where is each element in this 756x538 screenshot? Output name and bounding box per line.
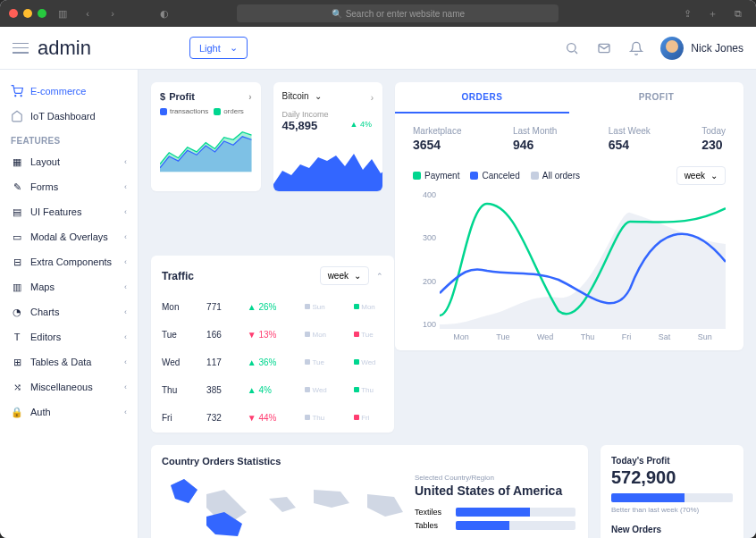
crypto-card: Bitcoin ⌄ › Daily Income 45,895 ▲ 4% <box>273 82 383 191</box>
stats-row: Marketplace3654 Last Month946 Last Week6… <box>395 113 743 161</box>
browser-chrome: ▥ ‹ › ◐ 🔍 Search or enter website name ⇪… <box>0 0 756 27</box>
search-icon: 🔍 <box>332 9 342 19</box>
sidebar-item-misc[interactable]: ⤭Miscellaneous‹ <box>0 374 138 399</box>
chevron-left-icon: ‹ <box>124 332 127 341</box>
chevron-left-icon: ‹ <box>124 382 127 391</box>
sidebar-item-auth[interactable]: 🔒Auth‹ <box>0 399 138 425</box>
topbar: admin Light ⌄ Nick Jones <box>0 27 756 70</box>
chevron-left-icon: ‹ <box>124 182 127 191</box>
sidebar-item-maps[interactable]: ▥Maps‹ <box>0 274 138 299</box>
sidebar-item-modal[interactable]: ▭Modal & Overlays‹ <box>0 224 138 249</box>
today-profit-progress <box>611 493 733 502</box>
svg-point-0 <box>567 43 575 51</box>
profit-card: $ Profit › transactions orders <box>151 82 261 191</box>
profit-title: Profit <box>169 91 195 102</box>
window-controls <box>9 9 46 18</box>
sidebar-item-ui[interactable]: ▤UI Features‹ <box>0 199 138 224</box>
new-tab-icon[interactable]: ＋ <box>704 4 722 22</box>
lock-icon: 🔒 <box>11 406 23 418</box>
url-bar[interactable]: 🔍 Search or enter website name <box>237 4 559 22</box>
traffic-row: Fri732 ▼ 44% Thu Fri <box>153 405 392 431</box>
shield-icon[interactable]: ◐ <box>155 4 173 22</box>
period-select[interactable]: week ⌄ <box>676 166 726 185</box>
stat-marketplace: Marketplace3654 <box>413 126 461 152</box>
selected-country: United States of America <box>415 483 575 499</box>
chevron-left-icon: ‹ <box>124 257 127 266</box>
chevron-left-icon: ‹ <box>124 307 127 316</box>
map-icon: ▥ <box>11 281 23 293</box>
country-title: Country Orders Statistics <box>162 456 577 467</box>
sidebar: E-commerce IoT Dashboard FEATURES ▦Layou… <box>0 70 139 538</box>
orders-tabs: ORDERS PROFIT <box>395 82 743 113</box>
back-icon[interactable]: ‹ <box>79 4 97 22</box>
message-icon: ⊟ <box>11 256 23 268</box>
chevron-down-icon: ⌄ <box>354 271 361 281</box>
tab-profit[interactable]: PROFIT <box>569 82 743 113</box>
sidebar-item-label: IoT Dashboard <box>30 111 96 122</box>
crypto-sparkline <box>273 148 383 191</box>
chevron-down-icon: ⌄ <box>315 91 322 101</box>
stat-today: Today230 <box>701 126 726 152</box>
sidebar-item-label: E-commerce <box>30 86 86 97</box>
forward-icon[interactable]: › <box>104 4 122 22</box>
maximize-window[interactable] <box>38 9 46 18</box>
sidebar-item-charts[interactable]: ◔Charts‹ <box>0 299 138 324</box>
text-icon: T <box>11 331 23 343</box>
tabs-icon[interactable]: ⧉ <box>729 4 747 22</box>
shuffle-icon: ⤭ <box>11 381 23 393</box>
chevron-up-icon[interactable]: ⌃ <box>376 272 383 281</box>
search-icon[interactable] <box>564 40 580 56</box>
user-menu[interactable]: Nick Jones <box>660 37 743 60</box>
sidebar-item-layout[interactable]: ▦Layout‹ <box>0 149 138 174</box>
stat-last-month: Last Month946 <box>513 126 557 152</box>
sidebar-item-iot[interactable]: IoT Dashboard <box>0 104 138 129</box>
profit-sparkline <box>160 115 252 182</box>
sidebar-item-forms[interactable]: ✎Forms‹ <box>0 174 138 199</box>
minimize-window[interactable] <box>23 9 32 18</box>
dollar-icon: $ <box>160 91 165 102</box>
traffic-row: Mon771 ▲ 26% Sun Mon <box>153 294 392 320</box>
selected-country-label: Selected Country/Region <box>415 474 575 482</box>
sidebar-item-tables[interactable]: ⊞Tables & Data‹ <box>0 349 138 374</box>
chevron-left-icon: ‹ <box>124 157 127 166</box>
bell-icon[interactable] <box>628 40 644 56</box>
chevron-left-icon: ‹ <box>124 207 127 216</box>
today-profit-note: Better than last week (70%) <box>611 506 733 514</box>
close-window[interactable] <box>9 9 18 18</box>
traffic-row: Tue166 ▼ 13% Mon Tue <box>153 322 392 348</box>
chevron-left-icon: ‹ <box>124 408 127 416</box>
sidebar-item-extra[interactable]: ⊟Extra Components‹ <box>0 249 138 274</box>
chevron-right-icon[interactable]: › <box>371 93 374 103</box>
sidebar-item-ecommerce[interactable]: E-commerce <box>0 79 138 104</box>
menu-icon[interactable] <box>13 43 29 54</box>
user-name: Nick Jones <box>691 42 743 55</box>
new-orders-label: New Orders <box>611 525 733 534</box>
theme-select[interactable]: Light ⌄ <box>189 37 248 59</box>
traffic-period-select[interactable]: week ⌄ <box>320 266 369 285</box>
sidebar-toggle-icon[interactable]: ▥ <box>54 4 71 22</box>
profit-legend: transactions orders <box>160 107 252 115</box>
today-profit-value: 572,900 <box>611 467 733 488</box>
share-icon[interactable]: ⇪ <box>679 4 697 22</box>
sidebar-heading: FEATURES <box>0 129 138 149</box>
country-card: Country Orders Statistics Selected Count… <box>151 445 588 538</box>
home-icon <box>11 110 23 122</box>
grid-icon: ▤ <box>11 206 23 218</box>
traffic-card: Traffic week ⌄ ⌃ Mon771 ▲ 26% Sun Mon Tu… <box>151 256 394 433</box>
chevron-down-icon: ⌄ <box>710 171 718 181</box>
traffic-row: Thu385 ▲ 4% Wed Thu <box>153 377 392 403</box>
crypto-select[interactable]: Bitcoin ⌄ <box>282 91 374 101</box>
daily-delta: ▲ 4% <box>350 120 372 129</box>
traffic-row: Wed117 ▲ 36% Tue Wed <box>153 349 392 375</box>
chevron-right-icon[interactable]: › <box>248 92 251 102</box>
mail-icon[interactable] <box>596 40 612 56</box>
url-placeholder: Search or enter website name <box>346 9 465 19</box>
layout-icon: ▦ <box>11 156 23 168</box>
avatar <box>660 37 684 60</box>
tab-orders[interactable]: ORDERS <box>395 82 569 113</box>
table-icon: ⊞ <box>11 356 23 368</box>
sidebar-item-editors[interactable]: TEditors‹ <box>0 324 138 349</box>
browser-icon: ▭ <box>11 231 23 243</box>
orders-card: ORDERS PROFIT Marketplace3654 Last Month… <box>395 82 743 350</box>
svg-point-2 <box>15 96 16 97</box>
